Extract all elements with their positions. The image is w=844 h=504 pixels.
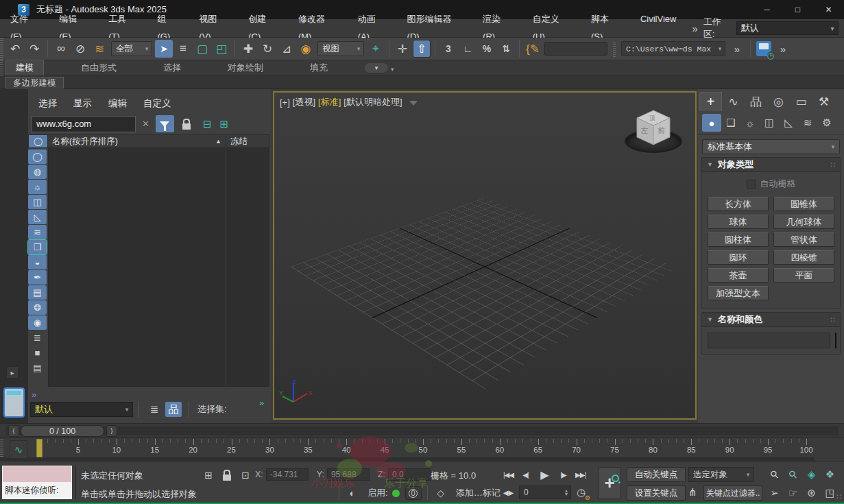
y-coord-field[interactable]: 95.688 xyxy=(327,468,370,481)
display-geometry-icon[interactable]: ◍ xyxy=(28,165,47,179)
time-configuration-icon[interactable]: ◷ xyxy=(577,486,586,499)
bind-to-spacewarp-icon[interactable]: ≋ xyxy=(91,40,108,58)
pan-icon[interactable]: ☞ xyxy=(784,485,802,501)
clear-search-icon[interactable]: ✕ xyxy=(136,119,156,129)
display-helpers-icon[interactable]: ◺ xyxy=(28,210,47,224)
explorer-menu-0[interactable]: 选择 xyxy=(38,97,57,110)
ribbon-tab-0[interactable]: 建模 xyxy=(5,60,44,75)
ribbon-tab-1[interactable]: 自由形式 xyxy=(71,60,126,75)
viewport-menu-general[interactable]: [+] xyxy=(280,97,290,108)
geometry-category-icon[interactable]: ● xyxy=(702,114,721,132)
display-spacewarps-icon[interactable]: ≋ xyxy=(28,225,47,239)
mini-curve-editor-button[interactable]: ∿ xyxy=(10,440,27,459)
per-view-filter-icon[interactable] xyxy=(409,101,418,106)
active-layer-dropdown[interactable]: 默认 ▾ xyxy=(30,402,133,417)
select-object-icon[interactable]: ➤ xyxy=(155,40,173,58)
previous-frame-button[interactable]: ◀| xyxy=(518,467,533,482)
select-and-link-icon[interactable]: ∞ xyxy=(52,40,70,58)
workspace-dropdown[interactable]: 默认 ▾ xyxy=(736,21,839,35)
set-key-button[interactable]: 设置关键点 xyxy=(627,485,686,501)
add-time-tag[interactable]: 添加…标记 xyxy=(456,487,501,499)
create-tab[interactable]: + xyxy=(699,92,722,111)
zoom-extents-icon[interactable]: ◈ xyxy=(802,467,821,482)
explorer-list-view-icon[interactable]: ≣ xyxy=(28,331,47,345)
explorer-toolbar-overflow-icon[interactable]: » xyxy=(32,389,36,400)
orbit-icon[interactable]: ⊛ xyxy=(802,485,821,501)
scene-object-list[interactable] xyxy=(48,148,269,387)
primitive-button-7[interactable]: 四棱锥 xyxy=(773,250,834,265)
edit-named-selection-sets-icon[interactable]: {✎ xyxy=(524,40,542,58)
primitive-button-0[interactable]: 长方体 xyxy=(708,197,769,211)
primitive-button-8[interactable]: 茶壶 xyxy=(708,268,769,283)
ribbon-tab-2[interactable]: 选择 xyxy=(154,60,191,75)
enabled-indicator[interactable] xyxy=(392,490,400,497)
key-selection-dropdown[interactable]: 选定对象 ▾ xyxy=(688,467,754,482)
named-selection-set-field[interactable] xyxy=(544,42,607,56)
select-and-rotate-icon[interactable]: ↻ xyxy=(258,40,276,58)
toolbar-drag-handle[interactable] xyxy=(0,38,3,60)
go-to-end-button[interactable]: ▶▶| xyxy=(572,467,588,482)
motion-tab[interactable]: ◎ xyxy=(767,92,790,111)
explorer-blank-icon[interactable]: ■ xyxy=(28,346,47,360)
window-crossing-icon[interactable]: ◰ xyxy=(213,40,230,58)
redo-icon[interactable]: ↷ xyxy=(25,40,43,58)
spinner-snap-icon[interactable]: ⇅ xyxy=(497,40,515,58)
select-and-scale-icon[interactable]: ⊿ xyxy=(278,40,296,58)
display-lights-icon[interactable]: ☼ xyxy=(28,180,47,194)
hierarchy-tab[interactable]: 品 xyxy=(745,92,767,111)
object-name-input[interactable] xyxy=(708,333,830,348)
primitive-button-6[interactable]: 圆环 xyxy=(708,250,769,265)
time-slider-handle[interactable]: 0 / 100 xyxy=(21,425,104,437)
utilities-tab[interactable]: ⚒ xyxy=(812,92,835,111)
object-type-rollout-header[interactable]: ▼ 对象类型 ∷ xyxy=(702,158,840,172)
object-color-swatch[interactable] xyxy=(835,333,836,348)
primitive-button-3[interactable]: 几何球体 xyxy=(773,215,834,229)
display-hidden-icon[interactable]: ◉ xyxy=(28,315,47,330)
maximize-button[interactable]: □ xyxy=(782,0,813,19)
explorer-menu-2[interactable]: 编辑 xyxy=(108,97,127,110)
view-cube-cube[interactable]: 顶 左 前 xyxy=(631,108,675,150)
layer-row-overflow-icon[interactable]: » xyxy=(259,398,264,408)
shapes-category-icon[interactable]: ❑ xyxy=(721,114,740,132)
name-color-rollout-header[interactable]: ▼ 名称和颜色 ∷ xyxy=(702,313,840,327)
toolbar-overflow-icon[interactable]: » xyxy=(728,40,746,58)
time-slider-playhead[interactable] xyxy=(36,439,43,457)
primitive-button-10[interactable]: 加强型文本 xyxy=(708,286,769,300)
close-button[interactable]: ✕ xyxy=(813,0,844,19)
select-and-move-icon[interactable]: ✚ xyxy=(239,40,257,58)
play-button[interactable]: ▶ xyxy=(535,467,554,482)
explorer-flyout-button[interactable]: ▸ xyxy=(6,366,19,379)
zoom-all-icon[interactable]: ⚲ xyxy=(781,463,805,487)
display-bones-icon[interactable]: ✒ xyxy=(28,270,47,285)
viewport-menu-shading[interactable]: [默认明暗处理] xyxy=(343,96,402,108)
subcategory-dropdown[interactable]: 标准基本体 ▾ xyxy=(702,139,840,154)
ribbon-tab-3[interactable]: 对象绘制 xyxy=(218,60,273,75)
listener-pane[interactable]: 脚本迷你侦听: xyxy=(2,483,72,499)
polygon-modeling-panel-tab[interactable]: 多边形建模 xyxy=(5,77,64,88)
primitive-button-2[interactable]: 球体 xyxy=(708,215,769,229)
primitive-button-9[interactable]: 平面 xyxy=(773,268,834,283)
display-none-icon[interactable]: ◯ xyxy=(28,149,47,164)
lights-category-icon[interactable]: ☼ xyxy=(740,114,760,132)
unlink-selection-icon[interactable]: ⊘ xyxy=(71,40,89,58)
capture-state-button[interactable]: 0 xyxy=(405,486,422,500)
rectangular-selection-region-icon[interactable]: ▢ xyxy=(193,40,211,58)
layers-icon[interactable]: ≣ xyxy=(146,402,162,417)
snap-3d-icon[interactable]: 3 xyxy=(439,40,457,58)
lock-icon[interactable] xyxy=(182,123,191,130)
viewport-menu-pov[interactable]: [透视] xyxy=(293,96,315,108)
autogrid-checkbox[interactable] xyxy=(747,180,756,189)
viewport-menu-style[interactable]: [标准] xyxy=(318,96,341,108)
view-cube[interactable]: 顶 左 前 xyxy=(623,106,684,161)
hierarchy-icon[interactable]: 品 xyxy=(165,402,182,417)
ribbon-collapse-button[interactable]: ▾ xyxy=(365,63,388,73)
perspective-viewport[interactable]: [+] [透视] [标准] [默认明暗处理] 顶 左 前 Z X Y xyxy=(273,91,697,420)
rollout-grip-icon[interactable]: ∷ xyxy=(830,315,835,324)
maxscript-mini-listener[interactable]: 脚本迷你侦听: xyxy=(2,466,72,499)
cube-icon[interactable]: ◇ xyxy=(433,486,448,500)
display-containers-icon[interactable]: ◒ xyxy=(28,255,47,269)
previous-frame-arrow[interactable]: ⟨ xyxy=(8,425,19,437)
primitive-button-5[interactable]: 管状体 xyxy=(773,232,834,247)
zoom-extents-all-icon[interactable]: ❖ xyxy=(821,467,839,482)
display-xrefs-icon[interactable]: ❂ xyxy=(28,300,47,315)
